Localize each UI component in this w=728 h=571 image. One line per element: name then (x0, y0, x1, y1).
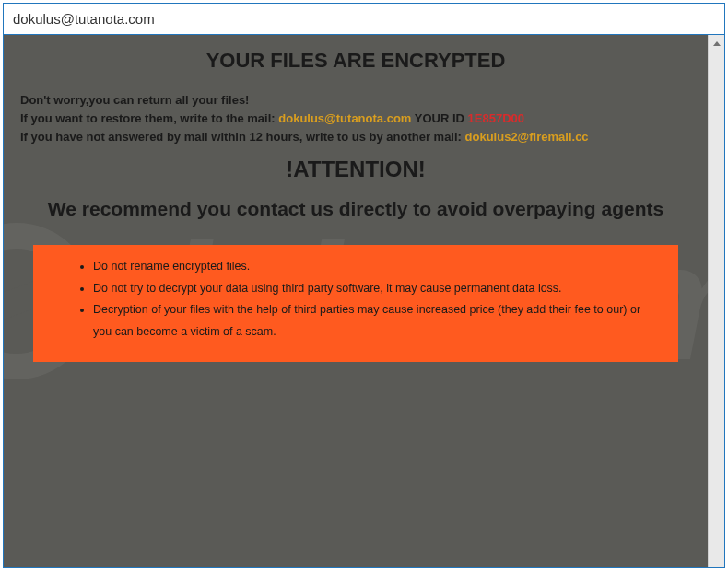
line-intro: Don't worry,you can return all your file… (20, 93, 691, 107)
restore-prefix: If you want to restore them, write to th… (20, 111, 278, 125)
warning-box: Do not rename encrypted files. Do not tr… (33, 245, 678, 362)
warning-item: Decryption of your files with the help o… (93, 299, 651, 344)
heading-encrypted: YOUR FILES ARE ENCRYPTED (20, 49, 691, 73)
titlebar[interactable]: dokulus@tutanota.com (4, 4, 724, 35)
scroll-up-icon[interactable] (709, 35, 724, 52)
backup-prefix: If you have not answered by mail within … (20, 130, 465, 144)
your-id-value: 1E857D00 (468, 111, 524, 125)
attention-heading: !ATTENTION! (20, 157, 691, 182)
warning-item: Do not try to decrypt your data using th… (93, 278, 651, 300)
vertical-scrollbar[interactable] (708, 35, 724, 567)
warning-item: Do not rename encrypted files. (93, 256, 651, 278)
content-area: risk.com YOUR FILES ARE ENCRYPTED Don't … (4, 35, 708, 567)
content-wrapper: risk.com YOUR FILES ARE ENCRYPTED Don't … (4, 35, 724, 567)
warning-list: Do not rename encrypted files. Do not tr… (75, 256, 651, 344)
line-backup-info: If you have not answered by mail within … (20, 130, 691, 144)
recommend-text: We recommend you contact us directly to … (20, 192, 691, 227)
your-id-label: YOUR ID (411, 111, 467, 125)
line-restore-info: If you want to restore them, write to th… (20, 111, 691, 125)
secondary-email: dokulus2@firemail.cc (465, 130, 589, 144)
window-title: dokulus@tutanota.com (13, 11, 155, 27)
primary-email: dokulus@tutanota.com (278, 111, 411, 125)
window-frame: dokulus@tutanota.com risk.com YOUR FILES… (3, 3, 725, 568)
